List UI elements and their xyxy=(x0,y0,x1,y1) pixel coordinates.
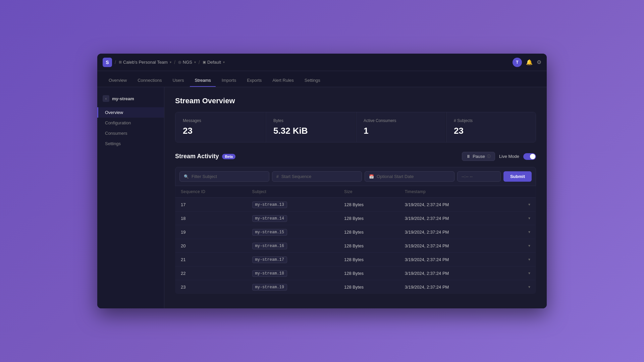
sidebar-item-consumers[interactable]: Consumers xyxy=(97,128,164,138)
stat-active-consumers-label: Active Consumers xyxy=(364,118,438,123)
nav-item-settings[interactable]: Settings xyxy=(300,74,325,87)
cell-timestamp-0: 3/19/2024, 2:37:24 PM xyxy=(399,198,510,212)
expand-icon-1[interactable]: ▾ xyxy=(528,216,530,221)
sidebar-item-settings[interactable]: Settings xyxy=(97,138,164,149)
expand-icon-5[interactable]: ▾ xyxy=(528,271,530,276)
breadcrumb-default-label: Default xyxy=(207,60,221,65)
stat-bytes: Bytes 5.32 KiB xyxy=(266,112,355,142)
submit-button[interactable]: Submit xyxy=(503,171,532,182)
filter-subject-input[interactable] xyxy=(192,174,265,179)
start-date-input[interactable] xyxy=(377,174,450,179)
app-window: S / ⊞ Caleb's Personal Team ▾ / ◎ NGS ▾ … xyxy=(97,54,547,308)
sidebar-item-overview[interactable]: Overview xyxy=(97,107,164,118)
cell-expand-0[interactable]: ▾ xyxy=(510,198,536,212)
cell-expand-2[interactable]: ▾ xyxy=(510,225,536,239)
stat-active-consumers: Active Consumers 1 xyxy=(356,112,445,142)
cell-size-5: 128 Bytes xyxy=(339,266,399,280)
table-row[interactable]: 22 my-stream.18 128 Bytes 3/19/2024, 2:3… xyxy=(175,266,536,280)
hash-icon: # xyxy=(276,174,279,179)
page-title: Stream Overview xyxy=(175,97,536,105)
main-content: ‹ my-stream Overview Configuration Consu… xyxy=(97,87,547,308)
sidebar-stream-header[interactable]: ‹ my-stream xyxy=(97,93,164,105)
expand-icon-3[interactable]: ▾ xyxy=(528,243,530,248)
pause-info-icon: ⓘ xyxy=(487,154,491,159)
expand-icon-0[interactable]: ▾ xyxy=(528,202,530,207)
live-mode-label: Live Mode xyxy=(499,154,519,159)
data-table: Sequence ID Subject Size Timestamp 17 my… xyxy=(175,186,536,294)
logo-icon[interactable]: S xyxy=(103,58,112,67)
table-row[interactable]: 23 my-stream.19 128 Bytes 3/19/2024, 2:3… xyxy=(175,280,536,294)
time-input[interactable] xyxy=(462,174,496,179)
avatar[interactable]: T xyxy=(513,58,522,67)
stat-active-consumers-value: 1 xyxy=(364,126,438,136)
cell-size-6: 128 Bytes xyxy=(339,280,399,294)
back-button[interactable]: ‹ xyxy=(103,95,109,102)
cell-timestamp-6: 3/19/2024, 2:37:24 PM xyxy=(399,280,510,294)
cell-expand-4[interactable]: ▾ xyxy=(510,253,536,266)
cell-subject-6: my-stream.19 xyxy=(247,280,339,294)
nav-item-connections[interactable]: Connections xyxy=(133,74,166,87)
bell-icon[interactable]: 🔔 xyxy=(526,59,533,65)
stats-row: Messages 23 Bytes 5.32 KiB Active Consum… xyxy=(175,112,536,142)
pause-button[interactable]: ⏸ Pause ⓘ xyxy=(462,152,495,161)
col-subject: Subject xyxy=(247,186,339,198)
stat-messages-value: 23 xyxy=(183,126,258,136)
breadcrumb-default[interactable]: ▣ Default ▾ xyxy=(203,60,225,65)
stat-bytes-label: Bytes xyxy=(273,118,348,123)
nav-item-alert-rules[interactable]: Alert Rules xyxy=(268,74,299,87)
table-row[interactable]: 17 my-stream.13 128 Bytes 3/19/2024, 2:3… xyxy=(175,198,536,212)
page-area: Stream Overview Messages 23 Bytes 5.32 K… xyxy=(164,87,547,308)
col-timestamp: Timestamp xyxy=(399,186,510,198)
filter-row: 🔍 # 📅 Submit xyxy=(175,167,536,186)
topbar: S / ⊞ Caleb's Personal Team ▾ / ◎ NGS ▾ … xyxy=(97,54,547,71)
stream-activity-header: Stream Activity Beta ⏸ Pause ⓘ Live Mode xyxy=(175,152,536,161)
table-row[interactable]: 21 my-stream.17 128 Bytes 3/19/2024, 2:3… xyxy=(175,253,536,266)
cell-expand-3[interactable]: ▾ xyxy=(510,239,536,253)
cell-expand-6[interactable]: ▾ xyxy=(510,280,536,294)
col-sequence-id: Sequence ID xyxy=(175,186,247,198)
pause-icon: ⏸ xyxy=(466,154,471,159)
settings-icon[interactable]: ⚙ xyxy=(537,59,541,65)
ngs-chevron: ▾ xyxy=(194,60,196,64)
cell-size-2: 128 Bytes xyxy=(339,225,399,239)
cell-subject-5: my-stream.18 xyxy=(247,266,339,280)
expand-icon-2[interactable]: ▾ xyxy=(528,230,530,234)
table-row[interactable]: 19 my-stream.15 128 Bytes 3/19/2024, 2:3… xyxy=(175,225,536,239)
table-row[interactable]: 18 my-stream.14 128 Bytes 3/19/2024, 2:3… xyxy=(175,212,536,225)
breadcrumb-ngs-label: NGS xyxy=(183,60,192,65)
search-icon: 🔍 xyxy=(184,174,189,179)
cell-size-4: 128 Bytes xyxy=(339,253,399,266)
cell-timestamp-1: 3/19/2024, 2:37:24 PM xyxy=(399,212,510,225)
cell-seq-2: 19 xyxy=(175,225,247,239)
stat-subjects-value: 23 xyxy=(454,126,528,136)
cell-subject-4: my-stream.17 xyxy=(247,253,339,266)
cell-subject-3: my-stream.16 xyxy=(247,239,339,253)
nav-item-exports[interactable]: Exports xyxy=(242,74,266,87)
table-row[interactable]: 20 my-stream.16 128 Bytes 3/19/2024, 2:3… xyxy=(175,239,536,253)
default-icon: ▣ xyxy=(203,60,206,64)
expand-icon-4[interactable]: ▾ xyxy=(528,257,530,262)
cell-expand-5[interactable]: ▾ xyxy=(510,266,536,280)
expand-icon-6[interactable]: ▾ xyxy=(528,285,530,289)
breadcrumb-team[interactable]: ⊞ Caleb's Personal Team ▾ xyxy=(119,60,171,65)
cell-seq-3: 20 xyxy=(175,239,247,253)
topbar-right: T 🔔 ⚙ xyxy=(513,58,541,67)
cell-subject-2: my-stream.15 xyxy=(247,225,339,239)
live-mode-toggle[interactable] xyxy=(523,153,536,160)
section-title-row: Stream Activity Beta xyxy=(175,153,235,160)
start-sequence-input[interactable] xyxy=(281,174,358,179)
nav-item-imports[interactable]: Imports xyxy=(217,74,241,87)
sidebar-item-configuration[interactable]: Configuration xyxy=(97,118,164,128)
breadcrumb-sep-1: / xyxy=(115,60,116,65)
time-container xyxy=(457,171,501,182)
nav-item-overview[interactable]: Overview xyxy=(104,74,131,87)
nav-item-users[interactable]: Users xyxy=(168,74,189,87)
cell-seq-0: 17 xyxy=(175,198,247,212)
ngs-icon: ◎ xyxy=(178,60,181,64)
cell-expand-1[interactable]: ▾ xyxy=(510,212,536,225)
cell-seq-6: 23 xyxy=(175,280,247,294)
breadcrumb-ngs[interactable]: ◎ NGS ▾ xyxy=(178,60,196,65)
table-header-row: Sequence ID Subject Size Timestamp xyxy=(175,186,536,198)
nav-item-streams[interactable]: Streams xyxy=(190,74,215,87)
cell-timestamp-2: 3/19/2024, 2:37:24 PM xyxy=(399,225,510,239)
